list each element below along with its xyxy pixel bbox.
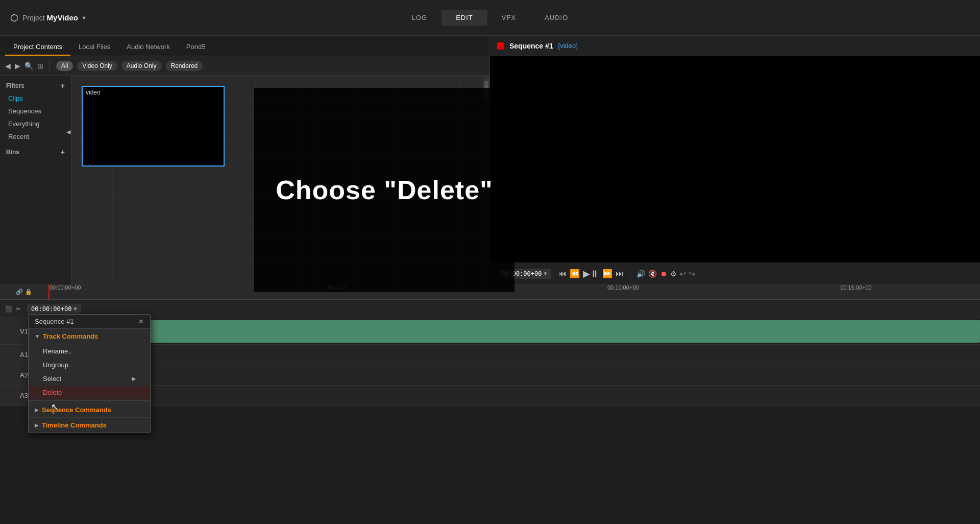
filter-toolbar: ◀ ▶ 🔍 ⊞ All Video Only Audio Only Render…	[0, 56, 489, 76]
timeline-ruler-row: 🔗 🔒 00:00:00+00 00:05:0 00:10:00+00 00:1…	[0, 284, 980, 300]
pb-step-forward[interactable]: ⏩	[602, 269, 612, 278]
pb-audio-icon[interactable]: 🔊	[636, 270, 645, 278]
sidebar-item-everything[interactable]: Everything	[0, 117, 71, 130]
filters-header: Filters +	[0, 80, 71, 92]
filters-label: Filters	[6, 82, 24, 89]
preview-area[interactable]	[490, 56, 980, 263]
browser-panel: Project Contents Local Files Audio Netwo…	[0, 36, 490, 284]
cm-seq-label: Sequence Commands	[42, 406, 111, 414]
track-clip-v1[interactable]: video	[48, 320, 980, 343]
track-content-a3[interactable]	[48, 386, 980, 406]
scrollbar-thumb[interactable]	[484, 81, 488, 101]
playback-toolbar: 00:00:00+00 ▼ ⏮ ⏪ ▶⏸ ⏩ ⏭ 🔊 🔇 ⏺ ⚙ ↩ ↪	[490, 263, 980, 284]
tab-project-contents[interactable]: Project Contents	[5, 39, 70, 56]
pb-mute-icon[interactable]: 🔇	[648, 270, 657, 278]
filter-audio-only[interactable]: Audio Only	[121, 61, 162, 71]
pb-record-icon[interactable]: ⏺	[660, 270, 667, 278]
track-content-a1[interactable]	[48, 345, 980, 365]
preview-title: Sequence #1	[509, 42, 553, 50]
preview-panel: Sequence #1 [video] 00:00:00+00 ▼ ⏮ ⏪ ▶⏸…	[490, 36, 980, 284]
bins-add-icon[interactable]: +	[61, 148, 65, 156]
context-menu-titlebar: Sequence #1 ✕	[29, 315, 150, 329]
bins-label: Bins	[6, 149, 19, 156]
cm-track-label: Track Commands	[43, 332, 98, 340]
sidebar-item-recent[interactable]: Recent	[0, 130, 71, 143]
nav-edit[interactable]: EDIT	[442, 10, 487, 26]
cm-track-commands-header[interactable]: ▼ Track Commands	[29, 329, 150, 344]
app-icon: ⬡	[10, 12, 18, 23]
sidebar-item-sequences[interactable]: Sequences	[0, 105, 71, 117]
filter-rendered[interactable]: Rendered	[166, 61, 203, 71]
filter-video-only[interactable]: Video Only	[77, 61, 117, 71]
context-menu-title: Sequence #1	[35, 318, 74, 325]
sidebar: Filters + Clips Sequences Everything Rec…	[0, 76, 71, 284]
playhead	[48, 284, 50, 299]
pb-undo-icon[interactable]: ↩	[680, 270, 686, 278]
pb-redo-icon[interactable]: ↪	[689, 270, 695, 278]
filter-all[interactable]: All	[56, 61, 73, 71]
tab-local-files[interactable]: Local Files	[70, 39, 118, 56]
cm-tl-label: Timeline Commands	[42, 421, 107, 429]
ruler-mark-0: 00:00:00+00	[50, 284, 81, 291]
ruler-mark-2: 00:10:00+00	[607, 284, 639, 291]
timecode-value[interactable]: 00:00:00+00	[31, 305, 71, 313]
project-dropdown-icon[interactable]: ▼	[81, 15, 87, 21]
tl-lock-icon[interactable]: 🔒	[25, 289, 32, 295]
pb-go-start[interactable]: ⏮	[558, 269, 567, 278]
ruler-mark-3: 00:15:00+00	[840, 284, 871, 291]
pb-settings-icon[interactable]: ⚙	[670, 270, 677, 278]
cm-sequence-commands-header[interactable]: ▶ Sequence Commands	[29, 402, 150, 417]
playback-timecode: 00:00:00+00 ▼	[497, 269, 551, 279]
bins-header: Bins +	[0, 143, 71, 158]
media-item-video[interactable]: video	[82, 86, 225, 166]
track-content-a2[interactable]	[48, 365, 980, 385]
project-label: Project	[22, 14, 45, 22]
cm-track-arrow: ▼	[35, 334, 40, 339]
forward-icon[interactable]: ▶	[15, 62, 20, 70]
cm-item-select-arrow: ▶	[132, 375, 136, 382]
sidebar-item-clips[interactable]: Clips	[0, 92, 71, 105]
scrollbar[interactable]	[483, 76, 489, 284]
cm-seq-arrow: ▶	[35, 407, 39, 413]
sidebar-collapse-arrow[interactable]: ◀	[66, 128, 70, 135]
tl-tool-1[interactable]: ⬛	[5, 305, 13, 313]
cm-item-select-label: Select	[43, 375, 61, 383]
tl-link-icon[interactable]: 🔗	[16, 289, 23, 295]
pb-step-back[interactable]: ⏪	[570, 269, 580, 278]
browser-area: Filters + Clips Sequences Everything Rec…	[0, 76, 489, 284]
media-grid[interactable]: video	[71, 76, 489, 284]
filters-add-icon[interactable]: +	[61, 82, 65, 90]
tl-tool-2[interactable]: ✂	[16, 305, 21, 313]
nav-log[interactable]: LOG	[398, 10, 442, 26]
project-name[interactable]: MyVideo	[47, 13, 78, 22]
cm-timeline-commands-header[interactable]: ▶ Timeline Commands	[29, 417, 150, 433]
tabs-bar: Project Contents Local Files Audio Netwo…	[0, 36, 489, 56]
cm-item-select[interactable]: Select ▶	[29, 372, 150, 386]
grid-icon[interactable]: ⊞	[37, 62, 43, 70]
cm-tl-arrow: ▶	[35, 422, 39, 428]
cm-item-rename[interactable]: Rename..	[29, 344, 150, 358]
back-icon[interactable]: ◀	[5, 62, 11, 70]
track-content-v1[interactable]: video	[48, 318, 980, 344]
cm-item-ungroup[interactable]: Ungroup	[29, 358, 150, 372]
timecode-box: 00:00:00+00 ▼	[27, 304, 81, 314]
context-menu-close-icon[interactable]: ✕	[138, 318, 144, 325]
top-bar: ⬡ Project MyVideo ▼ LOG EDIT VFX AUDIO	[0, 0, 980, 36]
main-area: Project Contents Local Files Audio Netwo…	[0, 36, 980, 524]
pb-go-end[interactable]: ⏭	[616, 269, 624, 278]
pb-play[interactable]: ▶⏸	[583, 268, 599, 279]
search-icon[interactable]: 🔍	[24, 62, 33, 70]
preview-red-dot	[497, 42, 504, 50]
preview-subtitle: [video]	[558, 42, 578, 50]
ruler-mark-1: 00:05:0	[328, 284, 347, 291]
preview-header: Sequence #1 [video]	[490, 36, 980, 56]
nav-audio[interactable]: AUDIO	[530, 10, 582, 26]
tab-audio-network[interactable]: Audio Network	[118, 39, 178, 56]
context-menu: Sequence #1 ✕ ▼ Track Commands Rename.. …	[28, 314, 151, 433]
tab-pond5[interactable]: Pond5	[178, 39, 214, 56]
top-nav: LOG EDIT VFX AUDIO	[398, 10, 583, 26]
cm-item-delete[interactable]: Delete	[29, 386, 150, 399]
media-item-label: video	[86, 89, 101, 96]
nav-vfx[interactable]: VFX	[487, 10, 530, 26]
